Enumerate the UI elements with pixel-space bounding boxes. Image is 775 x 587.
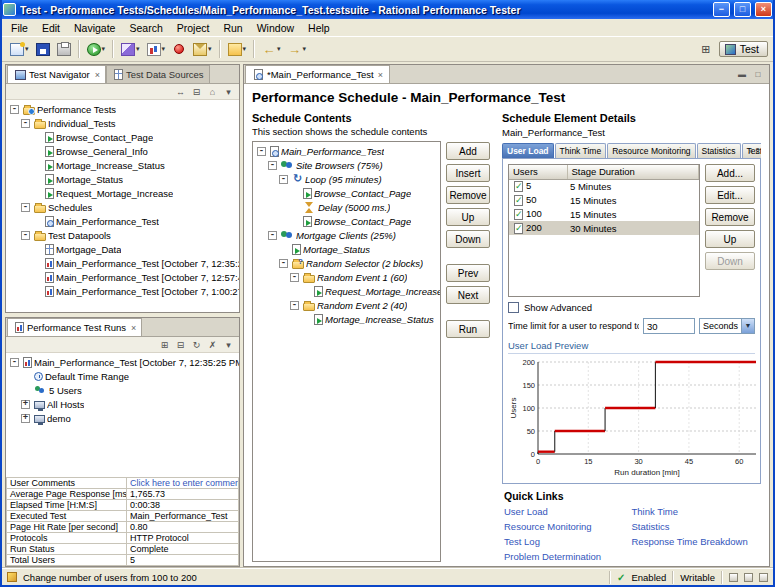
quick-link-resource-monitoring[interactable]: Resource Monitoring bbox=[504, 521, 632, 532]
next-button[interactable]: Next bbox=[446, 286, 490, 304]
back-button[interactable]: ←▾ bbox=[259, 39, 284, 60]
wizard-button[interactable]: ▾ bbox=[118, 39, 143, 60]
collapse-toggle-icon[interactable]: - bbox=[21, 231, 30, 240]
col-users[interactable]: Users bbox=[509, 165, 567, 179]
view-toolbar-icon[interactable]: ⊞ bbox=[157, 338, 172, 351]
collapse-toggle-icon[interactable]: - bbox=[290, 273, 299, 282]
tab-think-time[interactable]: Think Time bbox=[555, 143, 607, 158]
collapse-toggle-icon[interactable]: - bbox=[268, 161, 277, 170]
expand-toggle-icon[interactable]: + bbox=[21, 400, 30, 409]
collapse-toggle-icon[interactable]: - bbox=[279, 259, 288, 268]
collapse-toggle-icon[interactable]: - bbox=[279, 175, 288, 184]
up-button[interactable]: Up bbox=[705, 230, 755, 248]
tab-overflow-indicator[interactable]: 2 bbox=[748, 146, 760, 156]
time-unit-select[interactable]: Seconds ▼ bbox=[699, 318, 755, 334]
show-advanced-checkbox[interactable] bbox=[508, 302, 519, 313]
chart-button[interactable]: ▾ bbox=[144, 39, 169, 60]
tree-item[interactable]: -Individual_Tests bbox=[6, 116, 239, 130]
dropdown-arrow-icon[interactable]: ▾ bbox=[136, 44, 140, 54]
close-button[interactable]: × bbox=[755, 2, 772, 17]
tree-item[interactable]: Browse_Contact_Page bbox=[253, 186, 440, 200]
tree-item[interactable]: -Loop (95 minutes) bbox=[253, 172, 440, 186]
save-button[interactable] bbox=[33, 39, 53, 60]
tree-item[interactable]: Request_Mortage_Increase bbox=[253, 284, 440, 298]
menu-file[interactable]: File bbox=[4, 20, 35, 36]
menu-search[interactable]: Search bbox=[122, 20, 169, 36]
dropdown-arrow-icon[interactable]: ▾ bbox=[208, 44, 212, 54]
time-limit-input[interactable] bbox=[643, 318, 695, 334]
status-mini-icon[interactable] bbox=[759, 573, 768, 582]
col-stage-duration[interactable]: Stage Duration bbox=[567, 165, 699, 179]
close-view-icon[interactable]: × bbox=[95, 70, 100, 80]
quick-link-problem-determination[interactable]: Problem Determination bbox=[504, 551, 632, 562]
edit-button[interactable]: Edit... bbox=[705, 186, 755, 204]
tab-test-data-sources[interactable]: Test Data Sources bbox=[106, 65, 210, 83]
tree-item[interactable]: -Test Datapools bbox=[6, 228, 239, 242]
view-toolbar-icon[interactable]: ⊟ bbox=[189, 85, 204, 98]
forward-button[interactable]: →▾ bbox=[285, 39, 310, 60]
view-toolbar-icon[interactable]: ↻ bbox=[189, 338, 204, 351]
collapse-toggle-icon[interactable]: - bbox=[21, 119, 30, 128]
quick-link-user-load[interactable]: User Load bbox=[504, 506, 632, 517]
dropdown-arrow-icon[interactable]: ▾ bbox=[25, 44, 29, 54]
tree-item[interactable]: Main_Performance_Test [October 7, 12:35:… bbox=[6, 256, 239, 270]
remove-button[interactable]: Remove bbox=[446, 186, 490, 204]
tree-item[interactable]: -Schedules bbox=[6, 200, 239, 214]
stat-value[interactable]: Click here to enter comments bbox=[127, 478, 239, 489]
tab-statistics[interactable]: Statistics bbox=[697, 143, 741, 158]
tree-item[interactable]: Default Time Range bbox=[6, 369, 239, 383]
minimize-view-icon[interactable]: ▬ bbox=[735, 68, 749, 81]
tab-test-navigator[interactable]: Test Navigator × bbox=[7, 65, 106, 83]
tree-item[interactable]: Main_Performance_Test [October 7, 1:00:2… bbox=[6, 284, 239, 298]
perspective-test-button[interactable]: Test bbox=[719, 41, 768, 57]
tree-item[interactable]: -Random Event 1 (60) bbox=[253, 270, 440, 284]
view-toolbar-icon[interactable]: ▾ bbox=[221, 85, 236, 98]
minimize-button[interactable]: − bbox=[713, 2, 730, 17]
quick-link-statistics[interactable]: Statistics bbox=[632, 521, 760, 532]
tree-item[interactable]: -Random Selector (2 blocks) bbox=[253, 256, 440, 270]
tab-performance-test-runs[interactable]: Performance Test Runs × bbox=[7, 318, 142, 336]
view-toolbar-icon[interactable]: ⌂ bbox=[205, 85, 220, 98]
tree-item[interactable]: -Performance Tests bbox=[6, 102, 239, 116]
tree-item[interactable]: Mortage_Status bbox=[253, 242, 440, 256]
tree-item[interactable]: -Main_Performance_Test [October 7, 12:35… bbox=[6, 355, 239, 369]
view-toolbar-icon[interactable]: ✗ bbox=[205, 338, 220, 351]
tree-item[interactable]: Request_Mortage_Increase bbox=[6, 186, 239, 200]
menu-run[interactable]: Run bbox=[216, 20, 249, 36]
quick-link-test-log[interactable]: Test Log bbox=[504, 536, 632, 547]
menu-edit[interactable]: Edit bbox=[35, 20, 67, 36]
maximize-view-icon[interactable]: □ bbox=[751, 68, 765, 81]
tree-item[interactable]: Main_Performance_Test bbox=[6, 214, 239, 228]
dropdown-arrow-icon[interactable]: ▾ bbox=[102, 44, 106, 54]
close-editor-icon[interactable]: × bbox=[378, 70, 383, 80]
chevron-down-icon[interactable]: ▼ bbox=[741, 319, 754, 333]
collapse-toggle-icon[interactable]: - bbox=[257, 147, 266, 156]
new-button[interactable]: ▾ bbox=[7, 39, 32, 60]
close-view-icon[interactable]: × bbox=[131, 323, 136, 333]
tree-item[interactable]: -Mortgage Clients (25%) bbox=[253, 228, 440, 242]
folder-button[interactable]: ▾ bbox=[225, 39, 250, 60]
run-button[interactable]: ▾ bbox=[84, 39, 109, 60]
record-button[interactable] bbox=[169, 39, 189, 60]
maximize-button[interactable]: □ bbox=[734, 2, 751, 17]
menu-navigate[interactable]: Navigate bbox=[67, 20, 122, 36]
remove-button[interactable]: Remove bbox=[705, 208, 755, 226]
tab-main-performance-test[interactable]: *Main_Performance_Test × bbox=[245, 65, 390, 83]
tree-item[interactable]: Mortgage_Data bbox=[6, 242, 239, 256]
expand-toggle-icon[interactable]: + bbox=[21, 414, 30, 423]
dropdown-arrow-icon[interactable]: ▾ bbox=[303, 44, 307, 54]
tree-item[interactable]: -Main_Performance_Test bbox=[253, 144, 440, 158]
menu-project[interactable]: Project bbox=[170, 20, 217, 36]
tree-item[interactable]: Browse_Contact_Page bbox=[253, 214, 440, 228]
menu-help[interactable]: Help bbox=[301, 20, 337, 36]
quick-link-think-time[interactable]: Think Time bbox=[632, 506, 760, 517]
tree-item[interactable]: -Random Event 2 (40) bbox=[253, 298, 440, 312]
insert-button[interactable]: Insert bbox=[446, 164, 490, 182]
quick-link-response-time-breakdown[interactable]: Response Time Breakdown bbox=[632, 536, 760, 547]
down-button[interactable]: Down bbox=[446, 230, 490, 248]
tree-item[interactable]: Browse_Contact_Page bbox=[6, 130, 239, 144]
open-perspective-icon[interactable]: ⊞ bbox=[697, 40, 715, 58]
tree-item[interactable]: +All Hosts bbox=[6, 397, 239, 411]
up-button[interactable]: Up bbox=[446, 208, 490, 226]
tree-item[interactable]: Browse_General_Info bbox=[6, 144, 239, 158]
